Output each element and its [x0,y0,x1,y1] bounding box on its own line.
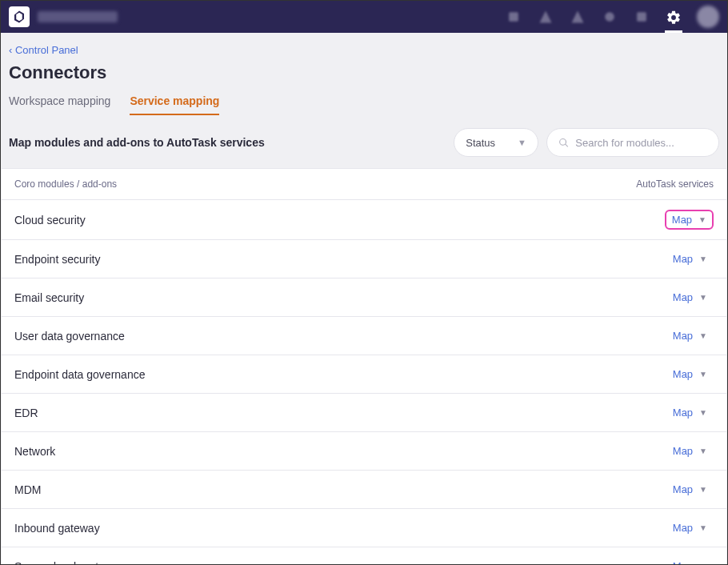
brand-text-blurred [38,11,118,22]
table-row: Endpoint securityMap▼ [2,240,726,278]
table-header: Coro modules / add-ons AutoTask services [2,169,726,200]
module-name: Email security [14,291,84,304]
nav-icon-2-blurred[interactable] [537,8,554,26]
chevron-down-icon: ▼ [699,370,707,379]
table-header-left: Coro modules / add-ons [14,178,117,190]
module-name: Inbound gateway [14,522,100,535]
tabs: Workspace mapping Service mapping [1,94,727,115]
map-button[interactable]: Map▼ [666,442,714,460]
map-button-label: Map [673,407,693,419]
chevron-down-icon: ▼ [699,562,707,565]
modules-table[interactable]: Coro modules / add-ons AutoTask services… [2,168,726,565]
chevron-down-icon: ▼ [699,523,707,532]
map-button-label: Map [673,291,693,303]
table-row: NetworkMap▼ [2,432,726,471]
toolbar: Map modules and add-ons to AutoTask serv… [1,128,727,168]
nav-icon-5-blurred[interactable] [633,8,650,26]
chevron-down-icon: ▼ [699,447,707,455]
map-button-label: Map [672,214,692,226]
map-button[interactable]: Map▼ [666,557,714,565]
module-name: Cloud security [14,214,86,226]
toolbar-label: Map modules and add-ons to AutoTask serv… [9,136,265,149]
map-button-label: Map [673,522,693,534]
map-button[interactable]: Map▼ [666,288,714,307]
map-button[interactable]: Map▼ [666,250,714,268]
table-row: Endpoint data governanceMap▼ [2,355,726,394]
table-row: Email securityMap▼ [2,278,726,317]
module-name: Endpoint security [14,253,100,266]
chevron-down-icon: ▼ [699,408,707,417]
chevron-down-icon: ▼ [698,215,706,224]
status-dropdown-label: Status [466,137,495,149]
search-input[interactable] [575,137,707,149]
breadcrumb-prefix: ‹ [9,44,15,56]
map-button[interactable]: Map▼ [666,480,714,499]
page-title: Connectors [1,62,727,94]
brand-logo[interactable] [9,6,30,27]
table-header-right: AutoTask services [636,178,714,190]
map-button-label: Map [673,483,693,495]
table-row: EDRMap▼ [2,394,726,432]
nav-icon-4-blurred[interactable] [601,8,618,26]
nav-icon-1-blurred[interactable] [505,8,522,26]
module-name: Endpoint data governance [14,368,145,381]
svg-rect-2 [637,12,646,22]
map-button[interactable]: Map▼ [665,210,714,230]
table-row: User data governanceMap▼ [2,317,726,355]
map-button-label: Map [673,445,693,457]
chevron-down-icon: ▼ [699,331,707,340]
chevron-down-icon: ▼ [699,254,707,263]
svg-point-1 [605,12,614,22]
map-button-label: Map [673,368,693,380]
search-box[interactable] [546,128,719,157]
nav-icon-3-blurred[interactable] [569,8,586,26]
module-name: Network [14,445,55,458]
module-name: User data governance [14,330,125,343]
module-name: MDM [14,483,41,496]
map-button[interactable]: Map▼ [666,403,714,422]
map-button-label: Map [673,330,693,342]
status-dropdown[interactable]: Status ▼ [454,128,538,157]
table-row: MDMMap▼ [2,471,726,509]
top-nav [1,1,727,33]
hexagon-icon [12,10,26,24]
chevron-down-icon: ▼ [699,293,707,302]
tab-service-mapping[interactable]: Service mapping [130,94,219,115]
module-name: EDR [14,407,38,419]
tab-workspace-mapping[interactable]: Workspace mapping [9,94,110,115]
top-nav-left [9,6,118,27]
user-avatar-blurred[interactable] [697,6,719,28]
svg-rect-0 [509,12,518,22]
top-nav-right [505,6,719,28]
toolbar-controls: Status ▼ [454,128,719,157]
table-row: Secured web gatewayMap▼ [2,547,726,565]
breadcrumb: ‹ Control Panel [1,33,727,62]
map-button[interactable]: Map▼ [666,327,714,345]
table-row: Inbound gatewayMap▼ [2,509,726,547]
chevron-down-icon: ▼ [518,138,526,147]
map-button-label: Map [673,560,693,565]
module-name: Secured web gateway [14,560,125,566]
search-icon [558,137,569,149]
gear-icon [666,10,682,26]
map-button[interactable]: Map▼ [666,519,714,537]
map-button[interactable]: Map▼ [666,365,714,383]
table-row: Cloud securityMap▼ [2,200,726,240]
chevron-down-icon: ▼ [699,485,707,494]
settings-nav-icon[interactable] [665,10,682,33]
map-button-label: Map [673,253,693,265]
breadcrumb-link[interactable]: Control Panel [15,44,78,56]
